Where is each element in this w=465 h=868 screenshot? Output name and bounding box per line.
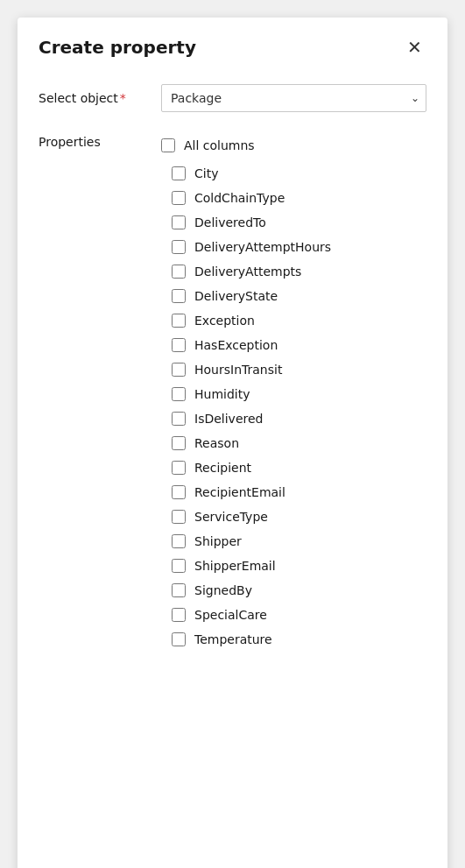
property-item-humidity[interactable]: Humidity [172,382,426,406]
checkbox-reason[interactable] [172,436,186,450]
label-specialcare: SpecialCare [194,608,267,622]
required-indicator: * [120,91,126,105]
properties-label: Properties [39,133,161,149]
label-recipientemail: RecipientEmail [194,485,285,499]
label-hoursintransit: HoursInTransit [194,363,282,377]
label-humidity: Humidity [194,387,250,401]
checkbox-exception[interactable] [172,314,186,328]
property-item-recipient[interactable]: Recipient [172,455,426,480]
property-item-signedby[interactable]: SignedBy [172,578,426,603]
property-item-deliveredto[interactable]: DeliveredTo [172,210,426,235]
label-deliveredto: DeliveredTo [194,215,266,229]
all-columns-checkbox[interactable] [161,138,175,152]
label-deliverystate: DeliveryState [194,289,278,303]
label-reason: Reason [194,436,239,450]
label-isdelivered: IsDelivered [194,412,263,426]
panel-header: Create property ✕ [39,35,426,60]
property-item-deliveryattempthours[interactable]: DeliveryAttemptHours [172,235,426,259]
select-object-dropdown[interactable]: Package [161,84,426,112]
property-item-reason[interactable]: Reason [172,431,426,455]
label-recipient: Recipient [194,461,251,475]
property-item-hasexception[interactable]: HasException [172,333,426,357]
property-item-coldchaintype[interactable]: ColdChainType [172,186,426,210]
checkbox-shipper[interactable] [172,534,186,548]
property-item-temperature[interactable]: Temperature [172,627,426,652]
select-object-wrapper: Package ⌄ [161,84,426,112]
label-servicetype: ServiceType [194,510,268,524]
label-deliveryattempts: DeliveryAttempts [194,265,301,279]
select-object-row: Select object* Package ⌄ [39,84,426,112]
property-item-shipper[interactable]: Shipper [172,529,426,554]
label-coldchaintype: ColdChainType [194,191,285,205]
properties-section: Properties All columns CityColdChainType… [39,133,426,652]
label-signedby: SignedBy [194,583,252,597]
label-exception: Exception [194,314,255,328]
checkbox-city[interactable] [172,166,186,180]
checkbox-deliveryattempts[interactable] [172,265,186,279]
property-item-shipperemail[interactable]: ShipperEmail [172,554,426,578]
property-items-list: CityColdChainTypeDeliveredToDeliveryAtte… [161,161,426,652]
checkbox-shipperemail[interactable] [172,559,186,573]
select-object-label: Select object* [39,91,161,105]
create-property-panel: Create property ✕ Select object* Package… [18,18,447,868]
checkbox-temperature[interactable] [172,632,186,646]
close-button[interactable]: ✕ [402,35,426,60]
all-columns-item[interactable]: All columns [161,133,426,158]
property-item-exception[interactable]: Exception [172,308,426,333]
label-hasexception: HasException [194,338,278,352]
checkbox-deliverystate[interactable] [172,289,186,303]
property-item-specialcare[interactable]: SpecialCare [172,603,426,627]
label-shipper: Shipper [194,534,242,548]
property-item-servicetype[interactable]: ServiceType [172,505,426,529]
all-columns-label: All columns [184,138,255,152]
property-item-deliverystate[interactable]: DeliveryState [172,284,426,308]
close-icon: ✕ [407,37,422,58]
property-item-hoursintransit[interactable]: HoursInTransit [172,357,426,382]
checkbox-signedby[interactable] [172,583,186,597]
property-item-recipientemail[interactable]: RecipientEmail [172,480,426,505]
label-temperature: Temperature [194,632,272,646]
property-item-deliveryattempts[interactable]: DeliveryAttempts [172,259,426,284]
properties-list: All columns CityColdChainTypeDeliveredTo… [161,133,426,652]
checkbox-isdelivered[interactable] [172,412,186,426]
checkbox-humidity[interactable] [172,387,186,401]
checkbox-servicetype[interactable] [172,510,186,524]
property-item-city[interactable]: City [172,161,426,186]
label-city: City [194,166,218,180]
checkbox-deliveryattempthours[interactable] [172,240,186,254]
panel-title: Create property [39,37,196,58]
label-deliveryattempthours: DeliveryAttemptHours [194,240,331,254]
label-shipperemail: ShipperEmail [194,559,276,573]
property-item-isdelivered[interactable]: IsDelivered [172,406,426,431]
checkbox-hoursintransit[interactable] [172,363,186,377]
checkbox-hasexception[interactable] [172,338,186,352]
checkbox-deliveredto[interactable] [172,215,186,229]
checkbox-recipient[interactable] [172,461,186,475]
checkbox-coldchaintype[interactable] [172,191,186,205]
checkbox-specialcare[interactable] [172,608,186,622]
checkbox-recipientemail[interactable] [172,485,186,499]
